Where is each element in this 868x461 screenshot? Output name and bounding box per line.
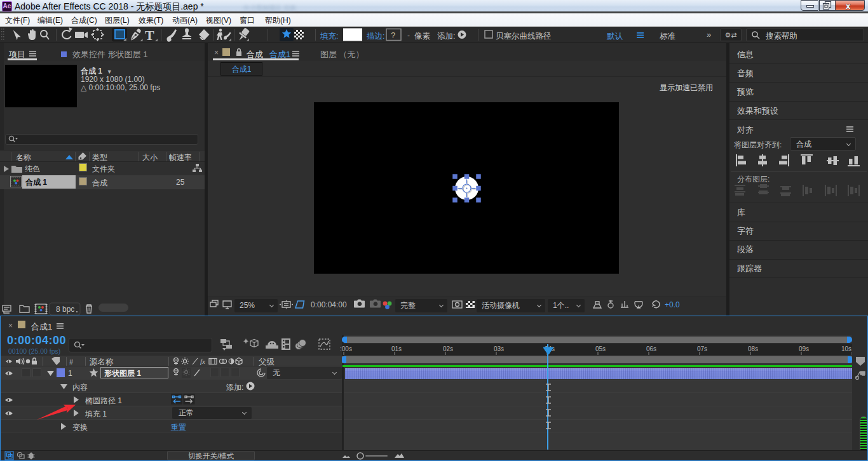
svg-text:源名称: 源名称 [89,357,114,366]
svg-text:?: ? [391,30,395,40]
svg-text:#: # [69,358,74,366]
svg-text:8 bpc: 8 bpc [56,305,74,314]
svg-text:x: x [846,1,851,11]
svg-text:fx: fx [200,357,205,365]
svg-text:T: T [145,27,154,43]
svg-text:父级: 父级 [259,357,275,366]
